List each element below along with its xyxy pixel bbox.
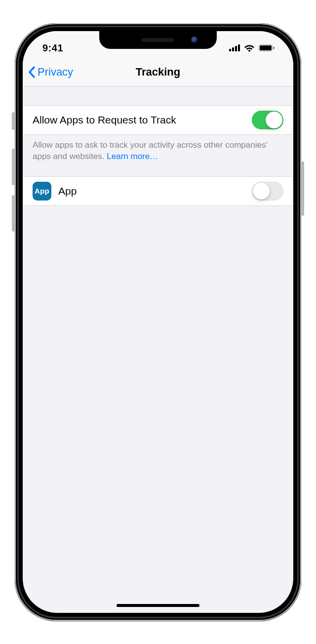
toggle-knob [253,183,270,200]
app-tracking-toggle[interactable] [252,182,283,201]
svg-rect-6 [273,47,275,49]
home-indicator[interactable] [117,604,199,607]
svg-rect-3 [238,44,240,51]
wifi-icon [244,44,255,52]
allow-apps-request-track-row: Allow Apps to Request to Track [23,105,293,135]
device-frame: 9:41 Privacy Tracking Allow Apps to Requ… [15,23,301,621]
device-silence-switch [12,112,15,130]
status-icons [229,44,279,52]
svg-rect-0 [229,49,231,51]
svg-rect-2 [235,46,237,51]
status-time: 9:41 [42,42,63,54]
app-icon: App [33,182,51,201]
cellular-signal-icon [229,44,240,51]
nav-bar: Privacy Tracking [23,58,293,86]
device-notch [99,31,217,49]
svg-rect-1 [232,47,234,51]
svg-rect-5 [260,45,272,50]
allow-footer-text: Allow apps to ask to track your activity… [23,135,293,176]
screen: 9:41 Privacy Tracking Allow Apps to Requ… [23,31,293,613]
learn-more-link[interactable]: Learn more… [107,152,158,161]
device-power-button [301,161,304,216]
battery-icon [259,44,275,51]
device-volume-down [12,195,15,232]
device-camera [191,37,198,43]
allow-apps-request-track-toggle[interactable] [252,111,283,129]
device-speaker [142,38,174,42]
content: Allow Apps to Request to Track Allow app… [23,86,293,206]
allow-label: Allow Apps to Request to Track [33,114,176,126]
page-title: Tracking [23,66,293,79]
app-name-label: App [58,185,77,197]
app-tracking-row: AppApp [23,176,293,206]
app-tracking-list: AppApp [23,176,293,206]
device-volume-up [12,149,15,185]
toggle-knob [266,112,282,128]
